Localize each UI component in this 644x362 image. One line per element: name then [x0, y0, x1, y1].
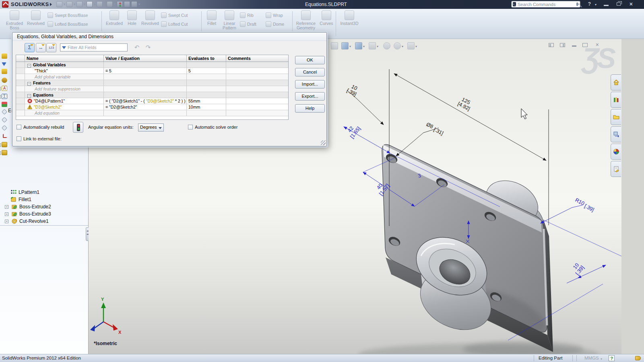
tab-design-library[interactable]: [611, 92, 621, 108]
curves-button[interactable]: Curves: [318, 10, 335, 26]
status-help-icon[interactable]: ?: [609, 355, 615, 361]
cancel-button[interactable]: Cancel: [295, 68, 325, 76]
select-caret-icon[interactable]: ▾: [114, 2, 116, 6]
filter-funnel-icon[interactable]: [2, 62, 6, 67]
save-icon[interactable]: [76, 1, 83, 7]
col-value[interactable]: Value / Equation: [104, 55, 187, 62]
automatically-rebuild-checkbox[interactable]: [17, 125, 21, 130]
redo-icon[interactable]: ↷: [144, 43, 153, 52]
units-caret-icon[interactable]: ▾: [601, 357, 602, 361]
swept-boss-button[interactable]: Swept Boss/Base: [47, 12, 88, 19]
print-caret-icon[interactable]: ▾: [94, 2, 95, 6]
origin-icon[interactable]: [3, 134, 7, 138]
tab-custom-properties[interactable]: [611, 161, 621, 177]
group-row-global-variables[interactable]: −Global Variables: [16, 62, 288, 68]
group-row-features[interactable]: −Features: [16, 80, 288, 86]
undo-caret-icon[interactable]: ▾: [104, 2, 105, 6]
dim-dia8[interactable]: Ø8 [.31]: [425, 121, 445, 136]
rib-button[interactable]: Rib: [240, 12, 254, 19]
tab-file-explorer[interactable]: [611, 109, 621, 125]
dim-10-right[interactable]: 10 [.39]: [570, 261, 585, 276]
material-icon[interactable]: [2, 102, 7, 107]
close-button[interactable]: ×: [630, 1, 633, 7]
search-input[interactable]: [516, 2, 576, 7]
extruded-cut-button[interactable]: Extruded: [105, 10, 124, 26]
units-selector[interactable]: MMGS: [584, 356, 599, 360]
row-add-feature-suppression[interactable]: Add feature suppression: [16, 86, 288, 92]
tree-item-cut-revolve1[interactable]: + Cut-Revolve1: [0, 218, 89, 225]
boss-extrude1-icon[interactable]: +: [2, 142, 7, 147]
dim-42[interactable]: 42 [1.65]: [345, 122, 362, 139]
annotations-icon[interactable]: +A: [2, 86, 7, 91]
annotations-expand-icon[interactable]: +: [0, 87, 1, 90]
search-commands-box[interactable]: >_ ▾: [511, 1, 580, 8]
row-add-global-variable[interactable]: Add global variable: [16, 74, 288, 80]
cut-extrude1-icon[interactable]: +: [2, 150, 7, 155]
save-caret-icon[interactable]: ▾: [84, 2, 85, 6]
tree-item-fillet1[interactable]: Fillet1: [0, 196, 89, 203]
properties-caret-icon[interactable]: ▾: [138, 2, 140, 6]
revolved-cut-button[interactable]: Revolved: [140, 10, 160, 26]
revolved-boss-button[interactable]: Revolved: [26, 10, 46, 26]
dialog-resize-grip[interactable]: [321, 140, 326, 145]
dome-button[interactable]: Dome: [266, 21, 284, 27]
tab-view-palette[interactable]: [611, 126, 621, 142]
rebuild-traffic-light-icon[interactable]: [117, 1, 123, 7]
link-external-file-checkbox[interactable]: [17, 136, 21, 141]
minimize-button[interactable]: [604, 5, 609, 6]
swept-cut-button[interactable]: Swept Cut: [161, 12, 188, 19]
row-thick[interactable]: "Thick" = 55: [16, 68, 288, 74]
search-caret-icon[interactable]: ▾: [578, 2, 580, 6]
row-d4-lpattern1[interactable]: "D4@LPattern1" = ( "D2@Sketch1" - ( "D3@…: [16, 98, 288, 104]
restore-button[interactable]: [617, 2, 621, 6]
new-caret-icon[interactable]: ▾: [64, 2, 65, 6]
dimension-view-button[interactable]: ↔: [36, 43, 46, 52]
ok-button[interactable]: OK: [295, 56, 325, 64]
export-button[interactable]: Export...: [295, 92, 325, 101]
dim-125[interactable]: 125 [4.92]: [457, 95, 474, 112]
boss-extrude1-expand-icon[interactable]: +: [0, 143, 1, 147]
equation-view-button[interactable]: Σ: [25, 43, 35, 52]
ordered-view-button[interactable]: 123: [46, 43, 56, 52]
import-button[interactable]: Import...: [295, 80, 325, 88]
dim-10-top-left[interactable]: 10 [.39]: [346, 82, 360, 97]
lofted-boss-button[interactable]: Lofted Boss/Base: [47, 21, 88, 27]
row-d3-sketch2[interactable]: "D3@Sketch2" = "D2@Sketch2"10mm: [16, 104, 288, 110]
collapse-icon[interactable]: −: [27, 64, 31, 68]
wrap-button[interactable]: Wrap: [266, 12, 283, 19]
top-plane-icon[interactable]: [2, 117, 7, 123]
equations-table[interactable]: Name Value / Equation Evaluates to Comme…: [16, 55, 289, 120]
history-icon[interactable]: [2, 78, 7, 83]
rebuild-traffic-light-button[interactable]: [73, 122, 83, 133]
open-caret-icon[interactable]: ▾: [74, 2, 75, 6]
equations-folder-icon[interactable]: +Σ: [2, 94, 7, 99]
equations-expand-icon[interactable]: +: [0, 95, 1, 99]
group-row-equations[interactable]: −Equations: [16, 92, 288, 98]
search-icon[interactable]: [576, 2, 578, 6]
fillet-button[interactable]: Fillet: [204, 10, 220, 26]
tab-home[interactable]: [611, 74, 621, 90]
tab-appearances[interactable]: [611, 144, 621, 160]
part-tab-icon[interactable]: [2, 53, 7, 59]
file-properties-icon[interactable]: [131, 1, 137, 7]
lofted-cut-button[interactable]: Lofted Cut: [161, 21, 188, 27]
row-add-equation[interactable]: Add equation: [16, 110, 288, 116]
help-icon[interactable]: ?: [588, 1, 591, 7]
instant3d-button[interactable]: Instant3D: [338, 10, 361, 26]
dim-r10[interactable]: R10 [.39]: [574, 197, 596, 213]
tree-item-lpattern1[interactable]: LPattern1: [0, 189, 89, 196]
collapse-icon[interactable]: −: [27, 82, 31, 86]
undo-icon[interactable]: ↶: [132, 43, 141, 52]
help-button[interactable]: Help: [295, 104, 325, 113]
expand-icon[interactable]: +: [5, 220, 8, 223]
filter-field[interactable]: [60, 43, 128, 51]
expand-icon[interactable]: +: [5, 212, 8, 216]
select-icon[interactable]: [107, 1, 113, 7]
options-icon[interactable]: [124, 1, 130, 7]
menu-expand-arrow-icon[interactable]: [50, 3, 52, 6]
automatic-solve-order-checkbox[interactable]: [188, 125, 193, 130]
open-icon[interactable]: [66, 1, 72, 7]
right-plane-icon[interactable]: [2, 125, 7, 131]
draft-button[interactable]: Draft: [240, 21, 256, 27]
col-name[interactable]: Name: [25, 55, 104, 62]
